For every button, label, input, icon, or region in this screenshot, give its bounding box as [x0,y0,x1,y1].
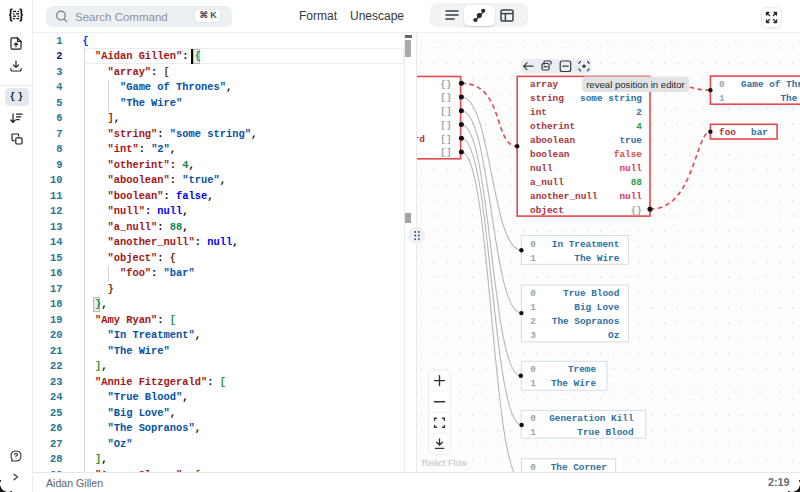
svg-text:The Corner: The Corner [551,462,607,472]
svg-text:int: int [530,107,547,118]
svg-text:0: 0 [530,413,536,424]
svg-text:The Sopranos: The Sopranos [552,316,620,327]
svg-text:4: 4 [636,121,642,132]
svg-text:True Blood: True Blood [577,427,633,438]
svg-text:foo: foo [719,127,736,138]
svg-text:1: 1 [719,93,725,104]
svg-text:0: 0 [530,288,536,299]
svg-text:Big Love: Big Love [574,302,619,313]
svg-text:The Wire: The Wire [551,378,596,389]
svg-text:88: 88 [631,177,643,188]
svg-text:1: 1 [530,427,536,438]
svg-text:otherint: otherint [530,121,575,132]
svg-text:2: 2 [636,107,642,118]
svg-text:0: 0 [719,79,725,90]
svg-text:In Treatment: In Treatment [552,239,620,250]
svg-text:Treme: Treme [568,364,597,375]
svg-text:true: true [619,135,642,146]
svg-text:reveal position in editor: reveal position in editor [586,79,685,90]
svg-text:{}: {} [631,205,642,216]
svg-text:3: 3 [530,330,536,341]
svg-text:True Blood: True Blood [563,288,619,299]
svg-text:[]: [] [440,134,451,145]
svg-text:array: array [530,79,559,90]
svg-text:[]: [] [440,92,451,103]
svg-text:a_null: a_null [530,177,564,188]
svg-text:2: 2 [530,316,536,327]
svg-text:{}: {} [440,79,451,90]
svg-text:Generation Kill: Generation Kill [549,413,634,424]
svg-text:some string: some string [580,93,642,104]
svg-text:rd: rd [417,134,425,145]
svg-text:Oz: Oz [608,330,619,341]
svg-text:[]: [] [440,147,451,158]
svg-text:boolean: boolean [530,149,570,160]
svg-text:The Wire: The Wire [574,253,619,264]
svg-text:null: null [530,163,553,174]
svg-text:Game of Thrones: Game of Thrones [741,79,800,90]
svg-text:[]: [] [440,106,451,117]
svg-text:null: null [619,163,642,174]
svg-text:1: 1 [530,253,536,264]
svg-text:null: null [619,191,642,202]
svg-text:string: string [530,93,564,104]
svg-text:0: 0 [530,239,536,250]
svg-text:The Wire: The Wire [780,93,800,104]
svg-text:another_null: another_null [530,191,598,202]
svg-text:0: 0 [530,364,536,375]
svg-text:false: false [614,149,643,160]
svg-text:[]: [] [440,120,451,131]
svg-text:aboolean: aboolean [530,135,575,146]
svg-text:object: object [530,205,564,216]
svg-text:1: 1 [530,378,536,389]
svg-text:0: 0 [530,462,536,472]
svg-text:bar: bar [751,127,768,138]
svg-text:1: 1 [530,302,536,313]
svg-text:React Flow: React Flow [422,458,468,468]
